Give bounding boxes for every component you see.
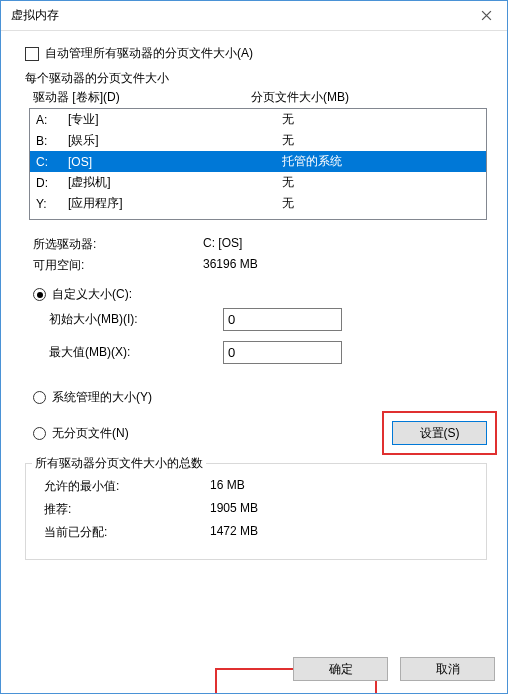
system-managed-label: 系统管理的大小(Y) — [52, 389, 152, 406]
drives-listbox[interactable]: A: [专业] 无 B: [娱乐] 无 C: [OS] 托管的系统 D: [虚拟… — [29, 108, 487, 220]
auto-manage-label: 自动管理所有驱动器的分页文件大小(A) — [45, 45, 253, 62]
each-drive-label: 每个驱动器的分页文件大小 — [25, 70, 491, 87]
no-paging-radio[interactable] — [33, 427, 46, 440]
window-title: 虚拟内存 — [11, 7, 463, 24]
drive-row[interactable]: D: [虚拟机] 无 — [30, 172, 486, 193]
titlebar: 虚拟内存 — [1, 1, 508, 31]
currently-allocated-value: 1472 MB — [210, 524, 258, 541]
custom-size-radio[interactable] — [33, 288, 46, 301]
available-space-label: 可用空间: — [33, 257, 203, 274]
recommended-value: 1905 MB — [210, 501, 258, 518]
max-size-input[interactable] — [223, 341, 342, 364]
ok-button[interactable]: 确定 — [293, 657, 388, 681]
selected-drive-value: C: [OS] — [203, 236, 242, 253]
totals-groupbox: 所有驱动器分页文件大小的总数 允许的最小值: 16 MB 推荐: 1905 MB… — [25, 463, 487, 560]
close-button[interactable] — [463, 1, 508, 31]
initial-size-input[interactable] — [223, 308, 342, 331]
no-paging-label: 无分页文件(N) — [52, 425, 129, 442]
initial-size-label: 初始大小(MB)(I): — [49, 311, 223, 328]
min-allowed-value: 16 MB — [210, 478, 245, 495]
max-size-label: 最大值(MB)(X): — [49, 344, 223, 361]
currently-allocated-label: 当前已分配: — [44, 524, 210, 541]
drive-row[interactable]: Y: [应用程序] 无 — [30, 193, 486, 214]
set-button[interactable]: 设置(S) — [392, 421, 487, 445]
available-space-value: 36196 MB — [203, 257, 258, 274]
system-managed-radio[interactable] — [33, 391, 46, 404]
totals-title: 所有驱动器分页文件大小的总数 — [32, 455, 206, 472]
column-header-size: 分页文件大小(MB) — [251, 89, 485, 106]
column-header-drive: 驱动器 [卷标](D) — [33, 89, 251, 106]
cancel-button[interactable]: 取消 — [400, 657, 495, 681]
auto-manage-checkbox[interactable] — [25, 47, 39, 61]
drive-row[interactable]: C: [OS] 托管的系统 — [30, 151, 486, 172]
selected-drive-label: 所选驱动器: — [33, 236, 203, 253]
min-allowed-label: 允许的最小值: — [44, 478, 210, 495]
drive-row[interactable]: B: [娱乐] 无 — [30, 130, 486, 151]
custom-size-label: 自定义大小(C): — [52, 286, 132, 303]
drive-row[interactable]: A: [专业] 无 — [30, 109, 486, 130]
recommended-label: 推荐: — [44, 501, 210, 518]
